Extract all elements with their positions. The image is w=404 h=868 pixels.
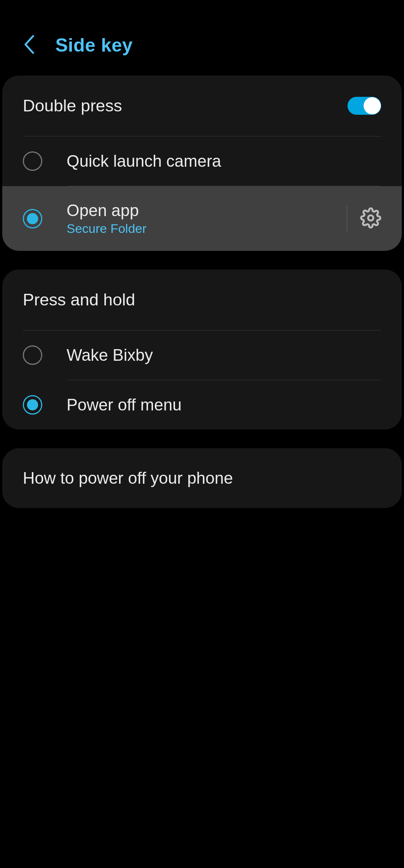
option-label-power-off-menu: Power off menu <box>67 395 381 414</box>
press-hold-label: Press and hold <box>2 270 402 330</box>
option-texts: Quick launch camera <box>67 152 381 170</box>
option-texts: Power off menu <box>67 395 381 414</box>
open-app-settings-button[interactable] <box>347 205 381 232</box>
option-sub-open-app: Secure Folder <box>67 221 347 236</box>
option-label-quick-launch-camera: Quick launch camera <box>67 152 381 170</box>
page-title: Side key <box>55 34 133 56</box>
option-open-app[interactable]: Open app Secure Folder <box>2 186 402 251</box>
toggle-knob <box>364 97 381 114</box>
svg-point-0 <box>368 215 373 221</box>
option-texts: Wake Bixby <box>67 346 381 364</box>
option-quick-launch-camera[interactable]: Quick launch camera <box>2 136 402 186</box>
double-press-label: Double press <box>23 96 122 116</box>
press-hold-card: Press and hold Wake Bixby Power off menu <box>2 270 402 430</box>
info-row: How to power off your phone <box>2 448 402 508</box>
radio-open-app[interactable] <box>23 209 42 228</box>
option-power-off-menu[interactable]: Power off menu <box>2 380 402 430</box>
radio-wake-bixby[interactable] <box>23 345 42 365</box>
radio-power-off-menu[interactable] <box>23 395 42 415</box>
option-texts: Open app Secure Folder <box>67 201 347 236</box>
screen: Side key Double press Quick launch camer… <box>0 0 404 508</box>
double-press-header: Double press <box>2 76 402 136</box>
double-press-card: Double press Quick launch camera Open ap… <box>2 76 402 251</box>
header-bar: Side key <box>0 0 404 76</box>
how-to-power-off-label: How to power off your phone <box>23 469 233 487</box>
option-wake-bixby[interactable]: Wake Bixby <box>2 330 402 380</box>
how-to-power-off-card[interactable]: How to power off your phone <box>2 448 402 508</box>
gear-icon <box>360 207 381 230</box>
option-label-open-app: Open app <box>67 201 347 220</box>
option-label-wake-bixby: Wake Bixby <box>67 346 381 364</box>
back-icon[interactable] <box>22 34 37 57</box>
double-press-toggle[interactable] <box>348 97 381 115</box>
radio-quick-launch-camera[interactable] <box>23 151 42 171</box>
